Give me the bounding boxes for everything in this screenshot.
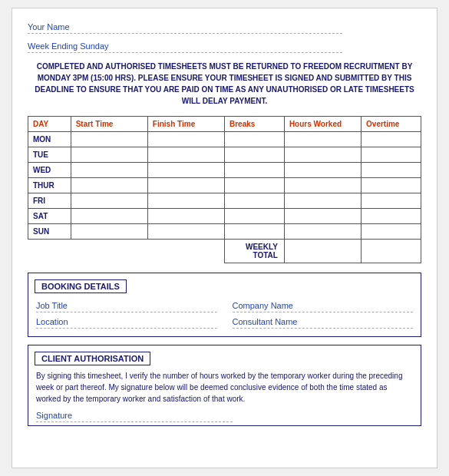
day-cell: FRI	[28, 193, 71, 209]
breaks-cell	[224, 224, 284, 240]
overtime-cell	[362, 224, 421, 240]
weekly-total-label: WEEKLY TOTAL	[224, 240, 284, 263]
overtime-cell	[362, 163, 421, 178]
breaks-cell	[224, 178, 284, 193]
consultant-name-label: Consultant Name	[233, 317, 414, 329]
your-name-label: Your Name	[28, 22, 342, 34]
hours-worked-cell	[284, 209, 361, 224]
col-header-finish: Finish Time	[147, 117, 224, 132]
start-time-cell	[71, 163, 147, 178]
hours-worked-cell	[284, 224, 361, 240]
hours-worked-cell	[284, 132, 361, 147]
overtime-cell	[362, 132, 421, 147]
finish-time-cell	[147, 209, 224, 224]
overtime-cell	[362, 193, 421, 209]
col-header-overtime: Overtime	[362, 117, 421, 132]
start-time-cell	[71, 224, 147, 240]
weekly-total-overtime	[362, 240, 421, 263]
company-name-label: Company Name	[233, 301, 414, 312]
col-header-day: DAY	[28, 117, 71, 132]
client-auth-text: By signing this timesheet, I verify the …	[28, 370, 421, 405]
start-time-cell	[71, 193, 147, 209]
weekly-total-row: WEEKLY TOTAL	[28, 240, 421, 263]
finish-time-cell	[147, 224, 224, 240]
week-ending-label: Week Ending Sunday	[28, 41, 342, 53]
client-auth-header: CLIENT AUTHORISATION	[35, 352, 150, 365]
signature-label: Signature	[36, 411, 233, 422]
breaks-cell	[224, 147, 284, 163]
table-row: SUN	[28, 224, 421, 240]
table-row: MON	[28, 132, 421, 147]
weekly-total-hours	[284, 240, 361, 263]
overtime-cell	[362, 209, 421, 224]
notice-text: COMPLETED AND AUTHORISED TIMESHEETS MUST…	[28, 61, 421, 107]
day-cell: SUN	[28, 224, 71, 240]
start-time-cell	[71, 132, 147, 147]
hours-worked-cell	[284, 147, 361, 163]
overtime-cell	[362, 178, 421, 193]
client-auth-section: CLIENT AUTHORISATION By signing this tim…	[28, 345, 421, 426]
table-row: FRI	[28, 193, 421, 209]
breaks-cell	[224, 163, 284, 178]
day-cell: WED	[28, 163, 71, 178]
breaks-cell	[224, 193, 284, 209]
hours-worked-cell	[284, 193, 361, 209]
day-cell: THUR	[28, 178, 71, 193]
start-time-cell	[71, 147, 147, 163]
table-row: SAT	[28, 209, 421, 224]
booking-details-grid: Job Title Company Name Location Consulta…	[36, 301, 413, 329]
table-row: THUR	[28, 178, 421, 193]
finish-time-cell	[147, 178, 224, 193]
col-header-start: Start Time	[71, 117, 147, 132]
col-header-hours: Hours Worked	[284, 117, 361, 132]
hours-worked-cell	[284, 163, 361, 178]
week-ending-field: Week Ending Sunday	[28, 41, 421, 53]
job-title-label: Job Title	[36, 301, 217, 312]
day-cell: MON	[28, 132, 71, 147]
finish-time-cell	[147, 163, 224, 178]
hours-worked-cell	[284, 178, 361, 193]
location-label: Location	[36, 317, 217, 329]
page: Your Name Week Ending Sunday COMPLETED A…	[12, 8, 437, 468]
finish-time-cell	[147, 193, 224, 209]
timesheet-table: DAY Start Time Finish Time Breaks Hours …	[28, 116, 421, 263]
col-header-breaks: Breaks	[224, 117, 284, 132]
finish-time-cell	[147, 147, 224, 163]
table-row: TUE	[28, 147, 421, 163]
day-cell: TUE	[28, 147, 71, 163]
table-row: WED	[28, 163, 421, 178]
breaks-cell	[224, 132, 284, 147]
booking-details-header: BOOKING DETAILS	[35, 279, 127, 293]
breaks-cell	[224, 209, 284, 224]
day-cell: SAT	[28, 209, 71, 224]
your-name-field: Your Name	[28, 22, 421, 34]
start-time-cell	[71, 178, 147, 193]
booking-details-section: BOOKING DETAILS Job Title Company Name L…	[28, 273, 421, 337]
finish-time-cell	[147, 132, 224, 147]
overtime-cell	[362, 147, 421, 163]
start-time-cell	[71, 209, 147, 224]
